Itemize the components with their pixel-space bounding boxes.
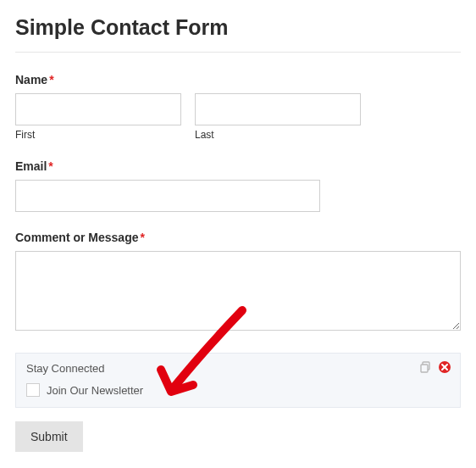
last-name-input[interactable] [195, 93, 361, 125]
stay-connected-block[interactable]: Stay Connected Join Our Newsletter [15, 353, 461, 408]
name-label: Name* [15, 73, 461, 86]
stay-connected-title: Stay Connected [26, 362, 450, 375]
submit-button[interactable]: Submit [15, 421, 83, 452]
comment-label-text: Comment or Message [15, 231, 138, 244]
required-marker: * [140, 231, 144, 244]
email-input[interactable] [15, 180, 320, 212]
newsletter-checkbox[interactable] [26, 383, 40, 397]
comment-textarea[interactable] [15, 251, 461, 331]
required-marker: * [48, 159, 53, 173]
svg-rect-1 [421, 365, 428, 372]
form-title: Simple Contact Form [15, 15, 461, 40]
delete-icon[interactable] [438, 360, 451, 374]
divider [15, 52, 461, 53]
duplicate-icon[interactable] [419, 360, 433, 374]
name-label-text: Name [15, 73, 47, 86]
email-label: Email* [15, 159, 461, 173]
comment-label: Comment or Message* [15, 231, 461, 244]
email-label-text: Email [15, 159, 47, 173]
comment-field-group: Comment or Message* [15, 231, 461, 334]
newsletter-option-label: Join Our Newsletter [47, 384, 143, 397]
email-field-group: Email* [15, 159, 461, 212]
first-name-sublabel: First [15, 129, 181, 141]
required-marker: * [49, 73, 53, 86]
name-field-group: Name* First Last [15, 73, 461, 141]
last-name-sublabel: Last [195, 129, 361, 141]
first-name-input[interactable] [15, 93, 181, 125]
